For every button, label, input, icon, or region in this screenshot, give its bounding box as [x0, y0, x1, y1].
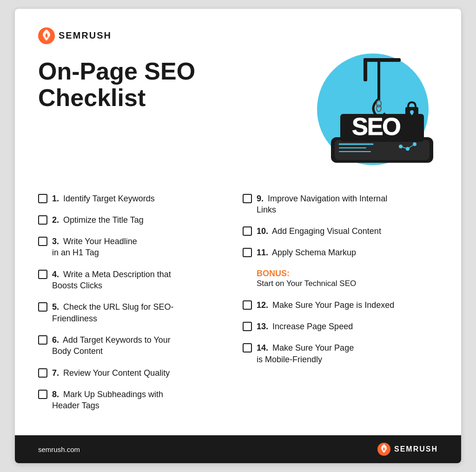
- card: SEMRUSH On-Page SEOChecklist: [15, 9, 461, 464]
- bonus-label: BONUS:: [257, 269, 438, 279]
- checklist-right-col: 9. Improve Navigation with InternalLinks…: [243, 193, 438, 422]
- checklist-item-2: 2. Optimize the Title Tag: [38, 214, 233, 226]
- checkbox-7[interactable]: [38, 368, 47, 378]
- checkbox-2[interactable]: [38, 215, 47, 225]
- item-text-1: 1. Identify Target Keywords: [52, 193, 155, 204]
- semrush-logo-icon: [38, 27, 55, 44]
- checklist-item-5: 5. Check the URL Slug for SEO-Friendline…: [38, 301, 233, 324]
- hero-row: On-Page SEOChecklist: [38, 49, 438, 179]
- header-row: SEMRUSH: [38, 27, 438, 44]
- checklist-item-1: 1. Identify Target Keywords: [38, 193, 233, 204]
- item-text-11: 11. Apply Schema Markup: [257, 247, 356, 258]
- item-text-7: 7. Review Your Content Quality: [52, 367, 170, 379]
- checkbox-13[interactable]: [243, 322, 252, 331]
- item-text-4: 4. Write a Meta Description thatBoosts C…: [52, 269, 171, 292]
- checklist-item-11: 11. Apply Schema Markup: [243, 247, 438, 258]
- checklist-item-12: 12. Make Sure Your Page is Indexed: [243, 299, 438, 311]
- checkbox-1[interactable]: [38, 194, 47, 203]
- checkbox-11[interactable]: [243, 248, 252, 257]
- seo-illustration-block: SEO SEO: [280, 49, 438, 179]
- item-text-2: 2. Optimize the Title Tag: [52, 214, 144, 226]
- bonus-text: Start on Your Technical SEO: [257, 279, 438, 289]
- svg-text:SEO: SEO: [352, 113, 400, 140]
- checklist-area: 1. Identify Target Keywords 2. Optimize …: [38, 193, 438, 422]
- checklist-item-13: 13. Increase Page Speed: [243, 321, 438, 332]
- footer-logo-icon: [377, 443, 390, 456]
- checkbox-10[interactable]: [243, 226, 252, 236]
- item-text-10: 10. Add Engaging Visual Content: [257, 226, 381, 237]
- item-text-8: 8. Mark Up Subheadings withHeader Tags: [52, 389, 163, 412]
- item-text-6: 6. Add Target Keywords to YourBody Conte…: [52, 334, 171, 357]
- card-body: SEMRUSH On-Page SEOChecklist: [15, 9, 461, 436]
- logo-area: SEMRUSH: [38, 27, 112, 44]
- checkbox-6[interactable]: [38, 335, 47, 345]
- checklist-item-8: 8. Mark Up Subheadings withHeader Tags: [38, 389, 233, 412]
- checklist-item-3: 3. Write Your Headlinein an H1 Tag: [38, 236, 233, 259]
- svg-rect-18: [364, 58, 367, 81]
- brand-name: SEMRUSH: [59, 30, 112, 41]
- title-block: On-Page SEOChecklist: [38, 49, 280, 111]
- checklist-item-14: 14. Make Sure Your Pageis Mobile-Friendl…: [243, 342, 438, 365]
- checklist-left-col: 1. Identify Target Keywords 2. Optimize …: [38, 193, 233, 422]
- checklist-item-4: 4. Write a Meta Description thatBoosts C…: [38, 269, 233, 292]
- item-text-9: 9. Improve Navigation with InternalLinks: [257, 193, 387, 216]
- checkbox-4[interactable]: [38, 270, 47, 279]
- footer-brand-name: SEMRUSH: [394, 445, 438, 453]
- svg-rect-16: [377, 58, 380, 100]
- item-text-3: 3. Write Your Headlinein an H1 Tag: [52, 236, 137, 259]
- checkbox-5[interactable]: [38, 302, 47, 312]
- seo-illustration-svg: SEO SEO: [280, 49, 438, 179]
- checkbox-8[interactable]: [38, 390, 47, 399]
- checklist-item-6: 6. Add Target Keywords to YourBody Conte…: [38, 334, 233, 357]
- checkbox-12[interactable]: [243, 300, 252, 310]
- checklist-item-10: 10. Add Engaging Visual Content: [243, 226, 438, 237]
- footer-logo: SEMRUSH: [377, 443, 438, 456]
- checklist-item-7: 7. Review Your Content Quality: [38, 367, 233, 379]
- page-title: On-Page SEOChecklist: [38, 58, 280, 111]
- svg-rect-23: [411, 112, 413, 115]
- item-text-14: 14. Make Sure Your Pageis Mobile-Friendl…: [257, 342, 354, 365]
- card-footer: semrush.com SEMRUSH: [15, 435, 461, 463]
- footer-url: semrush.com: [38, 445, 80, 453]
- checklist-item-9: 9. Improve Navigation with InternalLinks: [243, 193, 438, 216]
- svg-rect-17: [364, 58, 401, 62]
- item-text-5: 5. Check the URL Slug for SEO-Friendline…: [52, 301, 173, 324]
- item-text-12: 12. Make Sure Your Page is Indexed: [257, 299, 394, 311]
- checkbox-3[interactable]: [38, 237, 47, 246]
- checkbox-14[interactable]: [243, 343, 252, 352]
- checkbox-9[interactable]: [243, 194, 252, 203]
- bonus-block: BONUS: Start on Your Technical SEO: [243, 269, 438, 289]
- item-text-13: 13. Increase Page Speed: [257, 321, 353, 332]
